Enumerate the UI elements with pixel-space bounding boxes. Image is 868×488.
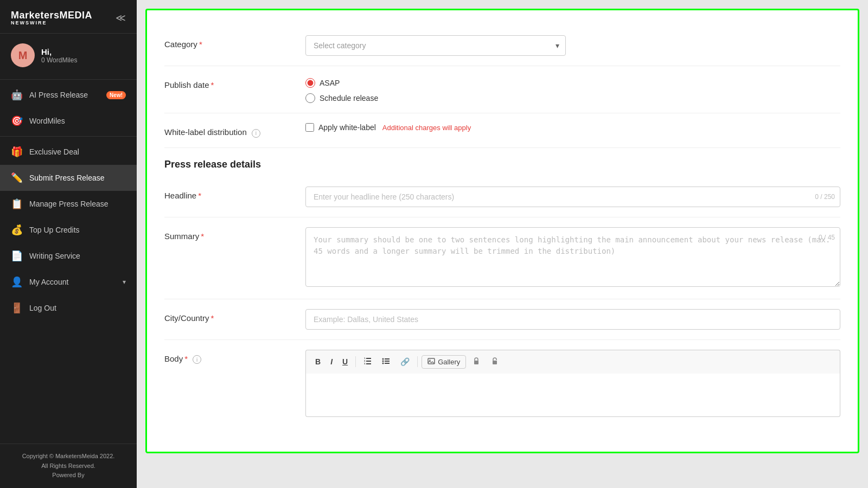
- radio-asap-input[interactable]: [305, 78, 315, 88]
- headline-char-count: 0 / 250: [815, 193, 835, 201]
- avatar: M: [11, 43, 35, 67]
- sidebar-item-ai-press-release[interactable]: 🤖 AI Press Release New!: [0, 82, 137, 108]
- manage-press-release-icon: 📋: [11, 198, 23, 210]
- summary-control: 0 / 45: [305, 227, 840, 289]
- editor-toolbar: B I U 1.2.3. 🔗 Gallery: [305, 350, 840, 374]
- link-button[interactable]: 🔗: [397, 355, 413, 368]
- svg-point-8: [382, 360, 384, 362]
- sidebar-item-writing-service[interactable]: 📄 Writing Service: [0, 243, 137, 269]
- sidebar-logo: MarketersMEDIA NEWSWIRE ≪: [0, 0, 137, 34]
- radio-schedule[interactable]: Schedule release: [305, 93, 840, 103]
- sidebar-item-label: WordMiles: [29, 117, 126, 125]
- bold-button[interactable]: B: [311, 355, 324, 368]
- summary-row: Summary* 0 / 45: [164, 217, 840, 299]
- underline-button[interactable]: U: [339, 355, 352, 368]
- headline-input[interactable]: [305, 187, 840, 207]
- svg-point-13: [429, 359, 430, 361]
- headline-control: 0 / 250: [305, 187, 840, 207]
- my-account-icon: 👤: [11, 276, 23, 288]
- white-label-label: White-label distribution i: [164, 123, 305, 138]
- new-badge: New!: [106, 91, 126, 99]
- summary-textarea-wrapper: 0 / 45: [305, 227, 840, 289]
- exclusive-deal-icon: 🎁: [11, 146, 23, 158]
- city-country-row: City/Country*: [164, 299, 840, 340]
- sidebar-item-label: AI Press Release: [29, 91, 100, 99]
- ordered-list-button[interactable]: 1.2.3.: [360, 355, 376, 369]
- sidebar-item-logout[interactable]: 🚪 Log Out: [0, 295, 137, 321]
- form-container: Category* Select category ▾ Publish date…: [145, 9, 859, 453]
- lock-icon-1[interactable]: [468, 355, 484, 369]
- collapse-sidebar-button[interactable]: ≪: [116, 12, 126, 24]
- sidebar-item-label: Submit Press Release: [29, 174, 126, 182]
- user-section: M Hi, 0 WordMiles: [0, 34, 137, 77]
- sidebar-item-my-account[interactable]: 👤 My Account ▾: [0, 269, 137, 295]
- svg-text:3.: 3.: [364, 362, 366, 365]
- svg-rect-11: [385, 363, 390, 364]
- sidebar-item-manage-press-release[interactable]: 📋 Manage Press Release: [0, 191, 137, 217]
- sidebar-divider-2: [0, 136, 137, 137]
- logo-newswire: NEWSWIRE: [11, 20, 92, 25]
- white-label-checkbox-label[interactable]: Apply white-label Additional charges wil…: [305, 123, 840, 132]
- sidebar-item-label: Exclusive Deal: [29, 147, 126, 156]
- additional-charges-warning: Additional charges will apply: [382, 124, 471, 132]
- white-label-checkbox[interactable]: [305, 123, 314, 132]
- sidebar-item-label: Writing Service: [29, 252, 126, 260]
- writing-service-icon: 📄: [11, 250, 23, 262]
- svg-rect-15: [493, 361, 497, 364]
- body-row: Body* i B I U 1.2.3. 🔗: [164, 340, 840, 427]
- user-greeting: Hi,: [41, 47, 77, 56]
- logo-part1: Marketers: [11, 10, 60, 21]
- logout-icon: 🚪: [11, 302, 23, 314]
- city-country-label: City/Country*: [164, 309, 305, 323]
- sidebar-item-label: Manage Press Release: [29, 200, 126, 208]
- logout-label: Log Out: [29, 304, 126, 312]
- chevron-down-icon: ▾: [123, 278, 126, 286]
- body-label: Body* i: [164, 350, 305, 364]
- sidebar-item-submit-press-release[interactable]: ✏️ Submit Press Release: [0, 165, 137, 191]
- sidebar-footer: Copyright © MarketersMeida 2022. All Rig…: [0, 444, 137, 488]
- publish-date-control: ASAP Schedule release: [305, 76, 840, 103]
- svg-point-6: [382, 358, 384, 359]
- press-release-details-heading: Press release details: [164, 148, 840, 177]
- logo-part2: MEDIA: [60, 10, 93, 21]
- sidebar-item-label: Top Up Credits: [29, 226, 126, 234]
- toolbar-divider-1: [355, 356, 356, 367]
- gallery-button[interactable]: Gallery: [422, 355, 466, 369]
- city-country-input[interactable]: [305, 309, 840, 330]
- sidebar-item-exclusive-deal[interactable]: 🎁 Exclusive Deal: [0, 139, 137, 165]
- ai-press-release-icon: 🤖: [11, 89, 23, 101]
- publish-date-radio-group: ASAP Schedule release: [305, 76, 840, 103]
- body-editor[interactable]: [305, 374, 840, 417]
- lock-icon-2[interactable]: [487, 355, 503, 369]
- summary-char-count: 0 / 45: [819, 234, 835, 241]
- white-label-control: Apply white-label Additional charges wil…: [305, 123, 840, 132]
- unordered-list-button[interactable]: [378, 355, 394, 369]
- user-wordmiles: 0 WordMiles: [41, 56, 77, 64]
- publish-date-row: Publish date* ASAP Schedule release: [164, 66, 840, 113]
- radio-schedule-input[interactable]: [305, 93, 315, 103]
- svg-rect-0: [366, 358, 371, 359]
- svg-point-10: [382, 362, 384, 364]
- city-country-control: [305, 309, 840, 330]
- toolbar-divider-2: [417, 356, 418, 367]
- sidebar-divider: [0, 79, 137, 80]
- summary-label: Summary*: [164, 227, 305, 241]
- svg-rect-14: [474, 361, 478, 364]
- top-up-credits-icon: 💰: [11, 224, 23, 236]
- summary-textarea[interactable]: [305, 227, 840, 287]
- sidebar: MarketersMEDIA NEWSWIRE ≪ M Hi, 0 WordMi…: [0, 0, 137, 488]
- svg-rect-2: [366, 363, 371, 364]
- headline-input-wrapper: 0 / 250: [305, 187, 840, 207]
- category-select[interactable]: Select category: [305, 35, 566, 56]
- sidebar-nav: 🤖 AI Press Release New! 🎯 WordMiles 🎁 Ex…: [0, 82, 137, 444]
- category-row: Category* Select category ▾: [164, 25, 840, 66]
- wordmiles-icon: 🎯: [11, 115, 23, 127]
- radio-asap[interactable]: ASAP: [305, 78, 840, 88]
- info-icon: i: [252, 129, 260, 138]
- submit-press-release-icon: ✏️: [11, 172, 23, 184]
- sidebar-item-wordmiles[interactable]: 🎯 WordMiles: [0, 108, 137, 134]
- body-info-icon: i: [193, 355, 201, 364]
- sidebar-item-top-up-credits[interactable]: 💰 Top Up Credits: [0, 217, 137, 243]
- category-select-wrapper: Select category ▾: [305, 35, 566, 56]
- italic-button[interactable]: I: [327, 355, 336, 368]
